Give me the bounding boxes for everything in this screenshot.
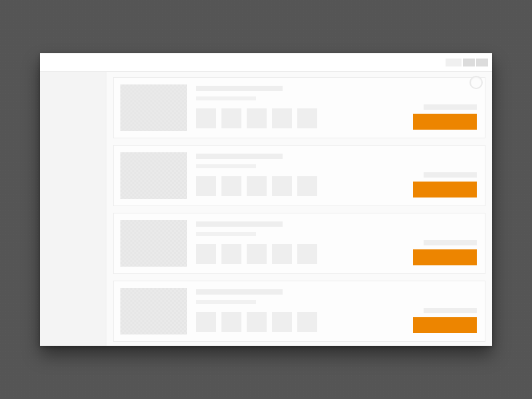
chip[interactable] bbox=[272, 176, 292, 196]
list-item[interactable] bbox=[113, 145, 485, 206]
content-area bbox=[106, 72, 492, 346]
chip[interactable] bbox=[297, 244, 317, 264]
item-side bbox=[410, 152, 477, 199]
item-price bbox=[424, 104, 477, 110]
cta-button[interactable] bbox=[413, 182, 477, 198]
item-meta bbox=[196, 152, 401, 199]
chip[interactable] bbox=[297, 176, 317, 196]
cta-button[interactable] bbox=[413, 249, 477, 265]
item-chips bbox=[196, 176, 401, 196]
item-title bbox=[196, 221, 283, 227]
chip[interactable] bbox=[221, 108, 241, 128]
item-price bbox=[424, 172, 477, 178]
list-item[interactable] bbox=[113, 281, 485, 342]
chip[interactable] bbox=[247, 244, 267, 264]
item-thumbnail bbox=[120, 220, 187, 267]
item-subtitle bbox=[196, 232, 256, 236]
cta-button[interactable] bbox=[413, 114, 477, 130]
item-thumbnail bbox=[120, 152, 187, 199]
item-thumbnail bbox=[120, 84, 187, 131]
cta-button[interactable] bbox=[413, 317, 477, 333]
chip[interactable] bbox=[272, 108, 292, 128]
item-meta bbox=[196, 220, 401, 267]
item-thumbnail bbox=[120, 288, 187, 334]
chip[interactable] bbox=[272, 244, 292, 264]
item-meta bbox=[196, 288, 401, 334]
item-price bbox=[424, 240, 477, 245]
window-body bbox=[40, 72, 492, 346]
chip[interactable] bbox=[297, 108, 317, 128]
item-meta bbox=[196, 84, 401, 131]
item-chips bbox=[196, 312, 401, 332]
chip[interactable] bbox=[196, 244, 216, 264]
item-subtitle bbox=[196, 300, 256, 304]
list-item[interactable] bbox=[113, 213, 485, 274]
sidebar bbox=[40, 72, 106, 346]
chip[interactable] bbox=[272, 312, 292, 332]
chip[interactable] bbox=[297, 312, 317, 332]
chip[interactable] bbox=[221, 312, 241, 332]
chip[interactable] bbox=[196, 312, 216, 332]
item-side bbox=[410, 288, 477, 334]
item-chips bbox=[196, 108, 401, 128]
chip[interactable] bbox=[221, 244, 241, 264]
item-side bbox=[410, 220, 477, 267]
chip[interactable] bbox=[247, 312, 267, 332]
item-title bbox=[196, 86, 283, 91]
item-subtitle bbox=[196, 96, 256, 100]
status-badge[interactable] bbox=[469, 76, 483, 89]
item-title bbox=[196, 289, 283, 295]
item-chips bbox=[196, 244, 401, 264]
chip[interactable] bbox=[221, 176, 241, 196]
list-item[interactable] bbox=[113, 77, 485, 138]
chip[interactable] bbox=[247, 108, 267, 128]
item-subtitle bbox=[196, 164, 256, 168]
titlebar-control[interactable] bbox=[446, 59, 462, 66]
item-title bbox=[196, 154, 283, 159]
titlebar-control[interactable] bbox=[476, 59, 488, 66]
item-price bbox=[424, 308, 477, 313]
titlebar-control[interactable] bbox=[463, 59, 475, 66]
app-window bbox=[40, 53, 492, 346]
item-side bbox=[410, 84, 477, 131]
chip[interactable] bbox=[247, 176, 267, 196]
chip[interactable] bbox=[196, 176, 216, 196]
chip[interactable] bbox=[196, 108, 216, 128]
titlebar bbox=[40, 53, 492, 72]
